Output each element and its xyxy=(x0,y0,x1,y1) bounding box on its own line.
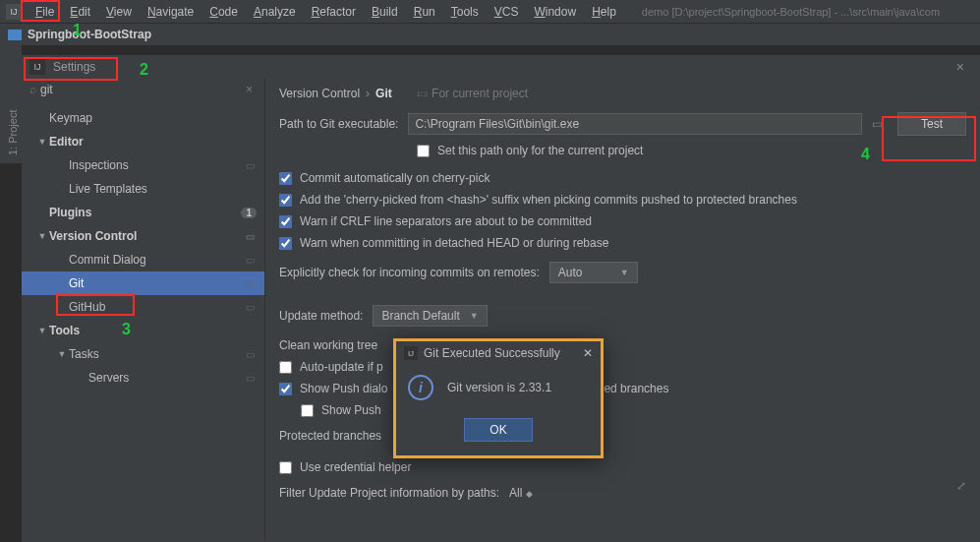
expand-icon[interactable]: ▼ xyxy=(35,326,49,335)
tree-item-inspections[interactable]: Inspections▭ xyxy=(22,153,264,177)
credential-helper-checkbox[interactable] xyxy=(279,461,292,474)
chk-label: ed branches xyxy=(604,382,668,395)
menu-view[interactable]: View xyxy=(98,2,140,22)
settings-panel: IJ Settings × ⌕ × Keymap▼EditorInspectio… xyxy=(22,55,980,542)
folder-icon xyxy=(8,30,22,40)
window-title: demo [D:\project\Springboot-BootStrap] -… xyxy=(642,6,940,18)
set-path-only-checkbox[interactable] xyxy=(417,145,430,157)
project-name[interactable]: Springboot-BootStrap xyxy=(28,28,151,41)
project-scope-icon: ▭ xyxy=(243,371,257,385)
menu-help[interactable]: Help xyxy=(584,2,624,22)
tree-item-tools[interactable]: ▼Tools xyxy=(22,319,264,342)
tree-item-keymap[interactable]: Keymap xyxy=(22,106,264,130)
clean-tree-label: Clean working tree xyxy=(279,338,377,352)
remotes-label: Explicitly check for incoming commits on… xyxy=(279,266,540,279)
show-push-dialog-checkbox[interactable] xyxy=(279,383,292,395)
cherry-pick-suffix-checkbox[interactable] xyxy=(279,194,292,207)
breadcrumb: Version Control›Git xyxy=(279,87,395,100)
info-icon: i xyxy=(408,375,433,400)
menu-code[interactable]: Code xyxy=(202,2,246,22)
menubar: IJ FileEditViewNavigateCodeAnalyzeRefact… xyxy=(0,0,980,24)
tree-item-servers[interactable]: Servers▭ xyxy=(22,366,264,390)
menu-refactor[interactable]: Refactor xyxy=(304,2,364,22)
project-scope-icon: ▭ xyxy=(243,276,257,290)
chk-label: Add the 'cherry-picked from <hash>' suff… xyxy=(300,193,797,207)
crlf-warn-checkbox[interactable] xyxy=(279,215,292,228)
chk-label: Warn when committing in detached HEAD or… xyxy=(300,236,608,250)
menu-build[interactable]: Build xyxy=(364,2,406,22)
sort-icon: ◆ xyxy=(526,489,533,499)
menu-vcs[interactable]: VCS xyxy=(487,2,527,22)
tree-item-tasks[interactable]: ▼Tasks▭ xyxy=(22,342,264,366)
set-path-only-label: Set this path only for the current proje… xyxy=(437,144,643,157)
settings-title: Settings xyxy=(53,60,95,74)
tree-item-version-control[interactable]: ▼Version Control▭ xyxy=(22,224,264,248)
settings-content: Version Control›Git ▭For current project… xyxy=(265,79,980,540)
tree-item-live-templates[interactable]: Live Templates xyxy=(22,177,264,201)
dialog-message: Git version is 2.33.1 xyxy=(447,381,551,394)
chk-label: Show Push dialo xyxy=(300,382,387,395)
for-project-hint: ▭For current project xyxy=(417,88,528,99)
cherry-pick-auto-checkbox[interactable] xyxy=(279,172,292,185)
protected-branches-label: Protected branches xyxy=(279,429,381,443)
git-success-dialog: IJ Git Executed Successfully ✕ i Git ver… xyxy=(393,338,604,458)
project-scope-icon: ▭ xyxy=(243,158,257,172)
project-scope-icon: ▭ xyxy=(417,87,428,100)
remotes-select[interactable]: Auto▼ xyxy=(549,262,638,283)
chk-label: Show Push xyxy=(321,403,381,417)
settings-search-input[interactable] xyxy=(40,83,242,96)
tree-item-commit-dialog[interactable]: Commit Dialog▭ xyxy=(22,248,264,271)
ok-button[interactable]: OK xyxy=(464,418,533,442)
annotation-number: 4 xyxy=(861,146,870,163)
close-icon[interactable]: × xyxy=(956,59,964,75)
dialog-title: Git Executed Successfully xyxy=(424,346,583,360)
chevron-down-icon: ▼ xyxy=(610,268,629,277)
filter-paths-value[interactable]: All ◆ xyxy=(509,486,533,500)
tree-item-git[interactable]: Git▭ xyxy=(22,271,264,295)
menu-edit[interactable]: Edit xyxy=(62,2,98,22)
close-icon[interactable]: ✕ xyxy=(583,346,593,360)
update-method-select[interactable]: Branch Default▼ xyxy=(373,305,487,327)
app-logo-icon: IJ xyxy=(6,4,22,20)
menu-run[interactable]: Run xyxy=(406,2,443,22)
browse-folder-icon[interactable]: ▭ xyxy=(866,113,888,135)
settings-icon: IJ xyxy=(29,59,45,75)
project-scope-icon: ▭ xyxy=(243,253,257,267)
tree-item-editor[interactable]: ▼Editor xyxy=(22,130,264,153)
tree-item-github[interactable]: GitHub▭ xyxy=(22,295,264,319)
app-logo-icon: IJ xyxy=(404,346,418,360)
menu-tools[interactable]: Tools xyxy=(443,2,487,22)
chevron-down-icon: ▼ xyxy=(460,311,479,321)
chk-label: Use credential helper xyxy=(300,460,411,474)
annotation-number: 1 xyxy=(73,22,82,39)
settings-tree: Keymap▼EditorInspections▭Live TemplatesP… xyxy=(22,100,264,540)
test-button[interactable]: Test xyxy=(897,112,966,136)
menu-window[interactable]: Window xyxy=(526,2,584,22)
filter-paths-label: Filter Update Project information by pat… xyxy=(279,486,499,500)
project-scope-icon: ▭ xyxy=(243,300,257,314)
auto-update-checkbox[interactable] xyxy=(279,361,292,374)
annotation-number: 2 xyxy=(140,61,148,79)
show-push-only-checkbox[interactable] xyxy=(301,404,314,417)
settings-sidebar: ⌕ × Keymap▼EditorInspections▭Live Templa… xyxy=(22,79,265,540)
expand-icon[interactable]: ▼ xyxy=(55,349,69,359)
chk-label: Commit automatically on cherry-pick xyxy=(300,171,490,185)
menu-navigate[interactable]: Navigate xyxy=(140,2,202,22)
path-label: Path to Git executable: xyxy=(279,117,398,131)
git-path-input[interactable] xyxy=(408,113,862,135)
project-bar: Springboot-BootStrap xyxy=(0,24,980,45)
expand-icon[interactable]: ⤢ xyxy=(956,479,966,493)
annotation-number: 3 xyxy=(122,321,131,338)
clear-search-icon[interactable]: × xyxy=(242,83,257,96)
detached-head-warn-checkbox[interactable] xyxy=(279,237,292,250)
menu-analyze[interactable]: Analyze xyxy=(246,2,304,22)
expand-icon[interactable]: ▼ xyxy=(35,137,49,147)
expand-icon[interactable]: ▼ xyxy=(35,231,49,241)
chk-label: Warn if CRLF line separators are about t… xyxy=(300,214,592,228)
count-badge: 1 xyxy=(241,208,257,218)
tree-item-plugins[interactable]: Plugins1 xyxy=(22,201,264,224)
project-scope-icon: ▭ xyxy=(243,229,257,243)
tool-window-tab-project[interactable]: 1: Project xyxy=(0,45,22,163)
update-method-label: Update method: xyxy=(279,309,363,323)
menu-file[interactable]: File xyxy=(28,2,62,22)
